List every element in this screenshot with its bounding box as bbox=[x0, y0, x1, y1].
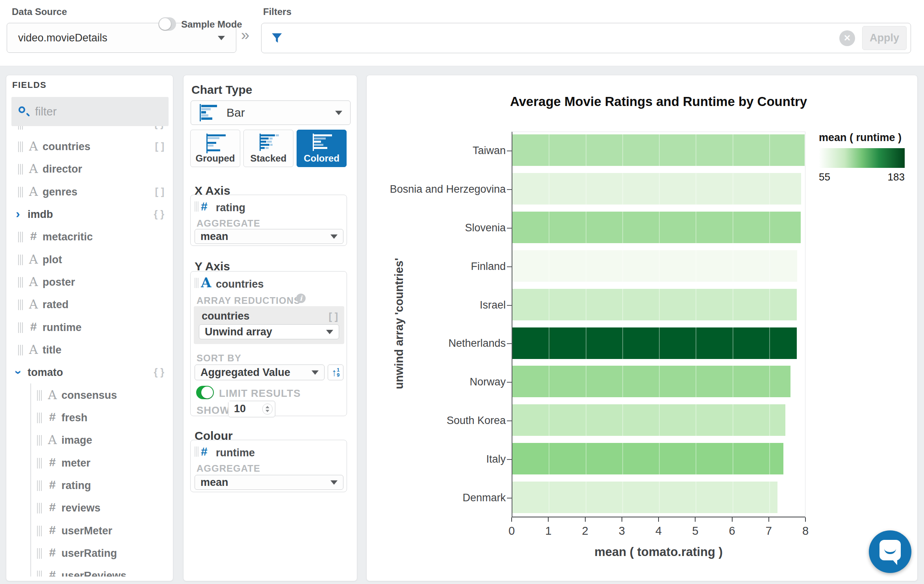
field-row-imdb[interactable]: ›imdb{ } bbox=[6, 203, 173, 225]
field-row-plot[interactable]: Aplot bbox=[6, 249, 173, 271]
field-row-userMeter[interactable]: #userMeter bbox=[6, 520, 173, 542]
chart-type-select[interactable]: Bar bbox=[191, 100, 351, 125]
reduction-select[interactable]: Unwind array bbox=[199, 324, 339, 339]
bar-South Korea bbox=[512, 404, 785, 436]
field-label: plot bbox=[43, 254, 62, 266]
field-label: runtime bbox=[43, 322, 82, 334]
filters-label: Filters bbox=[263, 6, 291, 17]
sort-by-select[interactable]: Aggregated Value bbox=[195, 365, 325, 380]
y-tick-mark bbox=[507, 382, 512, 383]
colour-aggregate-select[interactable]: mean bbox=[195, 475, 343, 490]
variant-stacked-label: Stacked bbox=[244, 153, 293, 164]
number-stepper[interactable] bbox=[262, 404, 273, 415]
array-type-icon: [ ] bbox=[155, 141, 164, 152]
x-tick-label: 1 bbox=[536, 524, 560, 538]
field-label: genres bbox=[43, 186, 78, 198]
chevron-down-icon bbox=[335, 111, 342, 115]
object-type-icon: { } bbox=[154, 366, 164, 378]
drag-handle-icon bbox=[18, 164, 19, 175]
variant-stacked-button[interactable]: Stacked bbox=[243, 130, 293, 167]
field-row-image[interactable]: Aimage bbox=[6, 429, 173, 451]
data-source-label: Data Source bbox=[12, 6, 67, 17]
field-row-genres[interactable]: Agenres[ ] bbox=[6, 181, 173, 203]
field-label: title bbox=[43, 344, 61, 356]
sort-numeric-icon: 19 bbox=[337, 367, 340, 378]
fields-panel: FIELDS { }Acountries[ ]AdirectorAgenres[… bbox=[6, 75, 173, 581]
x-axis-card: # rating AGGREGATE mean bbox=[190, 195, 347, 246]
array-type-icon: [ ] bbox=[328, 311, 338, 322]
field-row-rated[interactable]: Arated bbox=[6, 294, 173, 316]
x-tick-label: 4 bbox=[647, 524, 670, 538]
field-row-director[interactable]: Adirector bbox=[6, 158, 173, 180]
y-tick-mark bbox=[507, 305, 512, 306]
x-aggregate-select[interactable]: mean bbox=[195, 229, 343, 244]
number-type-icon: # bbox=[46, 500, 59, 514]
bar-Italy bbox=[512, 443, 783, 474]
field-label: image bbox=[61, 434, 92, 446]
sort-by-value: Aggregated Value bbox=[200, 366, 290, 379]
y-tick-mark bbox=[507, 343, 512, 344]
string-type-icon: A bbox=[201, 275, 211, 290]
stepper-up-icon[interactable] bbox=[265, 406, 269, 408]
field-label: userReviews bbox=[61, 570, 126, 577]
toggle-knob bbox=[201, 387, 213, 398]
field-row-metacritic[interactable]: #metacritic bbox=[6, 226, 173, 248]
category-label: Norway bbox=[372, 376, 506, 388]
field-row-fresh[interactable]: #fresh bbox=[6, 407, 173, 429]
clear-filter-icon[interactable]: ✕ bbox=[839, 30, 855, 46]
info-icon[interactable]: i bbox=[296, 294, 306, 303]
field-label: poster bbox=[43, 276, 75, 288]
x-tick-label: 3 bbox=[610, 524, 634, 538]
sample-mode-toggle[interactable] bbox=[158, 17, 176, 31]
filter-query-input[interactable] bbox=[289, 26, 833, 50]
chart-type-value: Bar bbox=[226, 106, 245, 119]
field-row-meter[interactable]: #meter bbox=[6, 452, 173, 474]
x-tick-label: 5 bbox=[683, 524, 707, 538]
stepper-down-icon[interactable] bbox=[265, 410, 269, 412]
chat-bubble-button[interactable] bbox=[869, 530, 911, 573]
field-row-userReviews[interactable]: #userReviews bbox=[6, 565, 173, 577]
field-row-tomato[interactable]: ›tomato{ } bbox=[6, 361, 173, 383]
string-type-icon: A bbox=[27, 162, 40, 176]
y-tick-mark bbox=[507, 459, 512, 460]
string-type-icon: A bbox=[27, 139, 40, 153]
gridline bbox=[769, 132, 770, 517]
field-label: rated bbox=[43, 299, 69, 311]
x-tick-mark bbox=[622, 517, 622, 522]
chevron-down-icon[interactable]: › bbox=[11, 370, 26, 375]
legend-title: mean ( runtime ) bbox=[819, 132, 902, 144]
drag-handle-icon bbox=[18, 141, 19, 152]
field-row-countries[interactable]: Acountries[ ] bbox=[6, 136, 173, 158]
chevron-right-icon[interactable]: › bbox=[16, 206, 20, 221]
sort-direction-button[interactable]: ↑ 19 bbox=[328, 365, 343, 380]
field-row-runtime[interactable]: #runtime bbox=[6, 316, 173, 338]
apply-button[interactable]: Apply bbox=[862, 26, 907, 50]
limit-results-toggle[interactable] bbox=[196, 386, 214, 399]
colour-aggregate-value: mean bbox=[200, 476, 228, 489]
field-row-userRating[interactable]: #userRating bbox=[6, 542, 173, 564]
field-row-rating[interactable]: #rating bbox=[6, 474, 173, 497]
fields-search-input[interactable] bbox=[35, 105, 153, 118]
number-type-icon: # bbox=[46, 546, 59, 559]
chevron-down-icon bbox=[326, 330, 333, 334]
field-row-consensus[interactable]: Aconsensus bbox=[6, 384, 173, 406]
field-label: tomato bbox=[28, 366, 63, 379]
chevron-down-icon bbox=[312, 370, 319, 375]
variant-colored-button[interactable]: Colored bbox=[297, 130, 347, 167]
show-count-input[interactable] bbox=[228, 401, 256, 416]
fields-list: { }Acountries[ ]AdirectorAgenres[ ]›imdb… bbox=[6, 75, 173, 577]
bar-Netherlands bbox=[512, 327, 797, 359]
x-tick-mark bbox=[511, 517, 512, 522]
fields-search-box[interactable] bbox=[11, 97, 169, 126]
x-axis-label: mean ( tomato.rating ) bbox=[594, 545, 723, 559]
category-label: Italy bbox=[372, 453, 506, 465]
drag-handle-icon bbox=[37, 458, 38, 469]
y-tick-mark bbox=[507, 266, 512, 267]
field-row-poster[interactable]: Aposter bbox=[6, 271, 173, 293]
field-row-reviews[interactable]: #reviews bbox=[6, 497, 173, 519]
variant-grouped-button[interactable]: Grouped bbox=[190, 130, 240, 167]
sort-by-label: SORT BY bbox=[197, 353, 241, 364]
field-row-title[interactable]: Atitle bbox=[6, 339, 173, 361]
field-label: director bbox=[43, 163, 82, 175]
x-tick-mark bbox=[768, 517, 769, 522]
